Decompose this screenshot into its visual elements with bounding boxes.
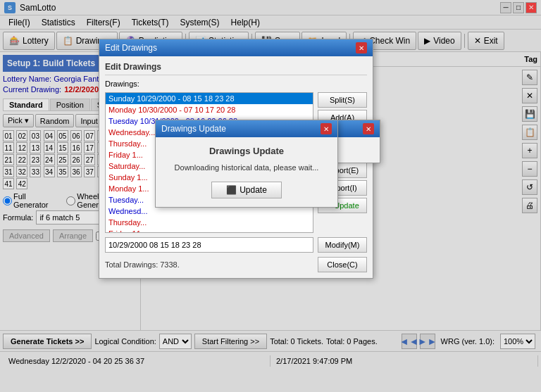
drawing-item-11[interactable]: Thursday... [106,217,313,228]
total-drawings-text: Total Drawings: 7338. [105,260,180,269]
drawings-update-inner-title-bar: Drawings Update ✕ [156,120,337,137]
modify-input[interactable] [105,237,313,253]
drawings-update-inner-title-text: Drawings Update [161,124,226,134]
overlay: Edit Drawings ✕ Edit Drawings Drawings: … [0,0,541,392]
drawings-update-inner-subtitle: Drawings Update [164,146,329,156]
drawings-update-outer-close-btn[interactable]: ✕ [363,123,374,134]
modify-button[interactable]: Modify(M) [318,237,367,253]
update-btn-label: Update [240,185,267,195]
dialog-footer: Total Drawings: 7338. Close(C) [105,257,367,272]
drawings-label: Drawings: [105,80,367,88]
edit-drawings-subtitle: Edit Drawings [105,62,367,75]
update-icon: ⬛ [226,185,237,195]
edit-drawings-dialog-title: Edit Drawings ✕ [99,39,373,56]
drawings-update-inner-dialog: Drawings Update ✕ Drawings Update Downlo… [155,120,338,208]
update-action-button[interactable]: ⬛ Update [211,182,282,198]
edit-drawings-close-button[interactable]: ✕ [356,42,367,53]
drawings-update-inner-close-btn[interactable]: ✕ [321,123,332,134]
edit-drawings-title-text: Edit Drawings [105,43,157,53]
split-button[interactable]: Split(S) [318,92,367,108]
drawing-item-1[interactable]: Monday 10/30/2000 - 07 10 17 20 28 [106,104,313,115]
drawing-item-0[interactable]: Sunday 10/29/2000 - 08 15 18 23 28 [106,93,313,104]
close-dialog-button[interactable]: Close(C) [318,257,367,272]
drawings-update-inner-body: Drawings Update Downloading historical d… [156,137,337,207]
drawings-update-message: Downloading historical data, please wait… [164,163,329,172]
drawing-item-12[interactable]: Friday 11... [106,228,313,233]
modify-row: Modify(M) [105,237,367,253]
